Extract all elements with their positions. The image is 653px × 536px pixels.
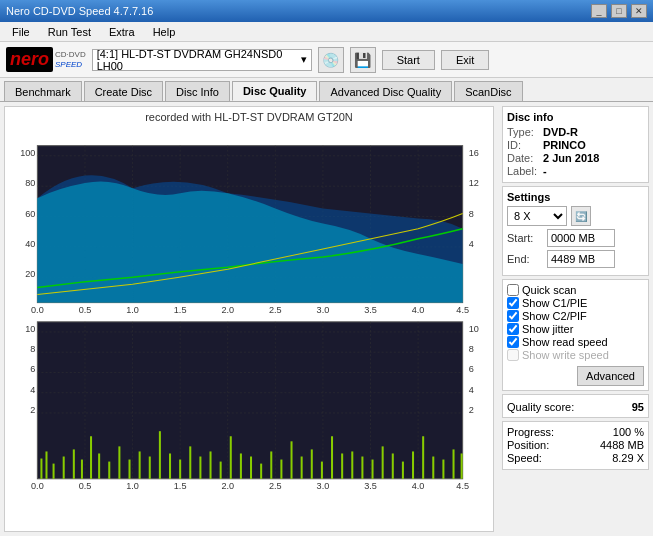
svg-rect-82	[280, 460, 282, 479]
svg-text:20: 20	[25, 269, 35, 279]
quality-score-label: Quality score:	[507, 401, 574, 413]
quick-scan-checkbox[interactable]	[507, 284, 519, 296]
disc-id-value: PRINCO	[543, 139, 586, 151]
svg-rect-73	[189, 446, 191, 478]
start-input[interactable]	[547, 229, 615, 247]
svg-rect-77	[230, 436, 232, 479]
right-panel: Disc info Type: DVD-R ID: PRINCO Date: 2…	[498, 102, 653, 536]
tab-disc-quality[interactable]: Disc Quality	[232, 81, 318, 101]
start-mb-row: Start:	[507, 229, 644, 247]
disc-id-label: ID:	[507, 139, 543, 151]
svg-rect-59	[53, 464, 55, 479]
svg-text:8: 8	[469, 344, 474, 354]
main-chart-svg: 100 80 60 40 20 16 12 8 4	[7, 125, 491, 536]
svg-text:4.5: 4.5	[456, 305, 469, 315]
position-row: Position: 4488 MB	[507, 439, 644, 451]
svg-text:4: 4	[30, 385, 35, 395]
drive-dropdown-icon: ▾	[301, 53, 307, 66]
progress-row: Progress: 100 %	[507, 426, 644, 438]
start-label: Start:	[507, 232, 543, 244]
show-c1-pie-checkbox[interactable]	[507, 297, 519, 309]
quality-score-row: Quality score: 95	[507, 401, 644, 413]
quick-scan-label: Quick scan	[522, 284, 576, 296]
show-write-speed-row: Show write speed	[507, 349, 644, 361]
exit-button[interactable]: Exit	[441, 50, 489, 70]
show-read-speed-checkbox[interactable]	[507, 336, 519, 348]
disc-date-value: 2 Jun 2018	[543, 152, 599, 164]
svg-text:6: 6	[30, 364, 35, 374]
svg-text:4: 4	[469, 385, 474, 395]
minimize-button[interactable]: _	[591, 4, 607, 18]
svg-rect-33	[37, 322, 462, 479]
svg-text:1.5: 1.5	[174, 305, 187, 315]
menu-extra[interactable]: Extra	[101, 24, 143, 40]
svg-rect-90	[361, 457, 363, 479]
svg-text:100: 100	[20, 148, 35, 158]
svg-text:4.0: 4.0	[412, 305, 425, 315]
progress-label: Progress:	[507, 426, 554, 438]
svg-text:2.5: 2.5	[269, 305, 282, 315]
show-c2-pif-checkbox[interactable]	[507, 310, 519, 322]
svg-text:12: 12	[469, 178, 479, 188]
settings-section: Settings 8 X 🔄 Start: End:	[502, 186, 649, 276]
show-c2-pif-label: Show C2/PIF	[522, 310, 587, 322]
disc-date-row: Date: 2 Jun 2018	[507, 152, 644, 164]
svg-text:1.5: 1.5	[174, 481, 187, 491]
speed-select[interactable]: 8 X	[507, 206, 567, 226]
svg-rect-72	[179, 460, 181, 479]
save-icon-button[interactable]: 💾	[350, 47, 376, 73]
svg-rect-98	[442, 460, 444, 479]
svg-text:0.5: 0.5	[79, 481, 92, 491]
disc-id-row: ID: PRINCO	[507, 139, 644, 151]
show-c2-pif-row: Show C2/PIF	[507, 310, 644, 322]
svg-text:3.0: 3.0	[317, 305, 330, 315]
position-label: Position:	[507, 439, 549, 451]
end-input[interactable]	[547, 250, 615, 268]
svg-rect-87	[331, 436, 333, 479]
svg-text:8: 8	[30, 344, 35, 354]
disc-date-label: Date:	[507, 152, 543, 164]
svg-rect-67	[129, 460, 131, 479]
disc-type-value: DVD-R	[543, 126, 578, 138]
disc-label-label: Label:	[507, 165, 543, 177]
show-jitter-checkbox[interactable]	[507, 323, 519, 335]
tab-scan-disc[interactable]: ScanDisc	[454, 81, 522, 101]
svg-rect-62	[81, 460, 83, 479]
svg-text:1.0: 1.0	[126, 481, 139, 491]
main-content: recorded with HL-DT-ST DVDRAM GT20N 100 …	[0, 102, 653, 536]
drive-selector[interactable]: [4:1] HL-DT-ST DVDRAM GH24NSD0 LH00 ▾	[92, 49, 312, 71]
quality-score-section: Quality score: 95	[502, 394, 649, 418]
tab-benchmark[interactable]: Benchmark	[4, 81, 82, 101]
svg-rect-63	[90, 436, 92, 479]
tab-disc-info[interactable]: Disc Info	[165, 81, 230, 101]
svg-rect-99	[453, 449, 455, 478]
menu-bar: File Run Test Extra Help	[0, 22, 653, 42]
svg-text:1.0: 1.0	[126, 305, 139, 315]
svg-rect-79	[250, 457, 252, 479]
svg-rect-84	[301, 457, 303, 479]
svg-rect-92	[382, 446, 384, 478]
start-button[interactable]: Start	[382, 50, 435, 70]
svg-text:6: 6	[469, 364, 474, 374]
maximize-button[interactable]: □	[611, 4, 627, 18]
close-button[interactable]: ✕	[631, 4, 647, 18]
svg-rect-69	[149, 457, 151, 479]
svg-text:16: 16	[469, 148, 479, 158]
svg-rect-89	[351, 451, 353, 478]
svg-text:60: 60	[25, 209, 35, 219]
eject-icon-button[interactable]: 💿	[318, 47, 344, 73]
menu-help[interactable]: Help	[145, 24, 184, 40]
menu-run-test[interactable]: Run Test	[40, 24, 99, 40]
svg-text:4.5: 4.5	[456, 481, 469, 491]
end-label: End:	[507, 253, 543, 265]
svg-text:0.0: 0.0	[31, 481, 44, 491]
disc-type-row: Type: DVD-R	[507, 126, 644, 138]
tab-create-disc[interactable]: Create Disc	[84, 81, 163, 101]
tab-advanced-disc-quality[interactable]: Advanced Disc Quality	[319, 81, 452, 101]
advanced-button[interactable]: Advanced	[577, 366, 644, 386]
svg-rect-97	[432, 457, 434, 479]
svg-text:10: 10	[469, 324, 479, 334]
refresh-icon-button[interactable]: 🔄	[571, 206, 591, 226]
menu-file[interactable]: File	[4, 24, 38, 40]
svg-text:2.0: 2.0	[221, 481, 234, 491]
